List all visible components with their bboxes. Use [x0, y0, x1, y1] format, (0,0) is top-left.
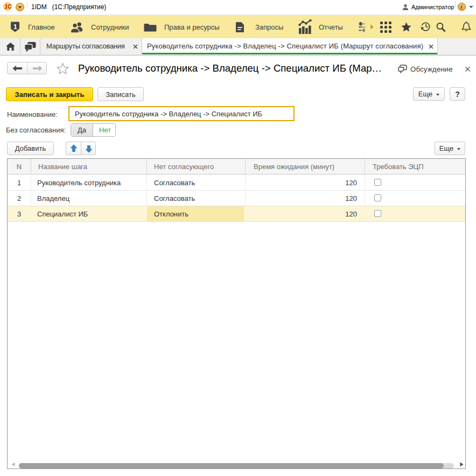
svg-text:i: i	[461, 4, 463, 10]
svg-text:1: 1	[13, 23, 17, 31]
svg-text:1C: 1C	[4, 4, 12, 10]
